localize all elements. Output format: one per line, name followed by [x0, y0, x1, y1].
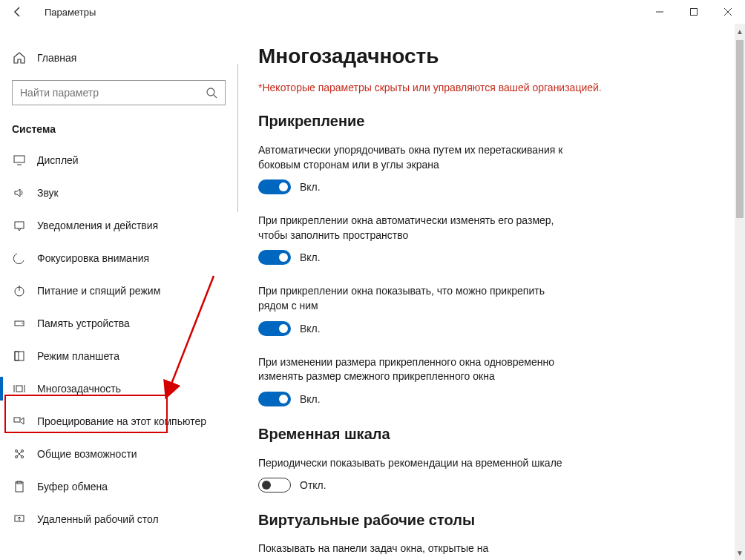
snap-toggle-label-0: Вкл. [300, 181, 321, 193]
svg-rect-17 [16, 386, 22, 392]
svg-rect-14 [15, 352, 19, 360]
snap-desc-2: При прикреплении окна показывать, что мо… [258, 284, 577, 313]
power-icon [12, 283, 27, 298]
sound-icon [12, 185, 27, 200]
search-input[interactable] [20, 87, 206, 99]
org-warning: *Некоторые параметры скрыты или управляю… [258, 82, 717, 93]
svg-rect-8 [15, 222, 24, 228]
minimize-button[interactable] [643, 0, 677, 24]
timeline-toggle[interactable] [258, 478, 291, 493]
svg-point-4 [207, 88, 214, 96]
remote-icon [12, 512, 27, 527]
scroll-down-icon[interactable]: ▼ [735, 547, 745, 559]
window-controls [643, 0, 745, 24]
sidebar-item-11[interactable]: Удаленный рабочий стол [0, 503, 237, 536]
search-input-wrap[interactable] [12, 80, 226, 105]
tablet-icon [12, 349, 27, 363]
snap-toggle-2[interactable] [258, 321, 291, 336]
sidebar-item-3[interactable]: Фокусировка внимания [0, 242, 237, 274]
titlebar: Параметры [0, 0, 745, 24]
sidebar-item-label: Буфер обмена [37, 481, 108, 493]
snap-toggle-label-2: Вкл. [300, 323, 321, 335]
sidebar: Главная Система ДисплейЗвукУведомления и… [0, 24, 237, 560]
svg-rect-6 [14, 156, 24, 162]
snap-desc-0: Автоматически упорядочивать окна путем и… [258, 143, 577, 172]
svg-point-12 [22, 323, 23, 324]
svg-rect-13 [15, 352, 24, 360]
content: Многозадачность *Некоторые параметры скр… [237, 24, 745, 560]
display-icon [12, 153, 27, 168]
sidebar-item-label: Звук [37, 187, 59, 199]
shared-icon [12, 447, 27, 461]
sidebar-item-label: Проецирование на этот компьютер [37, 415, 206, 427]
notifications-icon [12, 218, 27, 233]
home-label: Главная [37, 52, 76, 64]
focus-icon [12, 251, 27, 266]
close-button[interactable] [711, 0, 745, 24]
timeline-toggle-label: Откл. [300, 479, 326, 491]
sidebar-item-label: Уведомления и действия [37, 220, 158, 231]
snap-toggle-label-3: Вкл. [300, 393, 321, 405]
snap-toggle-3[interactable] [258, 392, 291, 406]
sidebar-item-0[interactable]: Дисплей [0, 144, 237, 177]
snap-setting-0: Автоматически упорядочивать окна путем и… [258, 143, 577, 194]
snap-setting-2: При прикреплении окна показывать, что мо… [258, 284, 577, 335]
snap-toggle-1[interactable] [258, 250, 291, 265]
back-button[interactable] [9, 3, 27, 21]
sidebar-item-label: Питание и спящий режим [37, 285, 160, 297]
section-label: Система [0, 105, 237, 144]
content-divider [237, 64, 238, 212]
snap-heading: Прикрепление [258, 113, 717, 130]
sidebar-item-label: Память устройства [37, 317, 130, 329]
scrollbar-thumb[interactable] [736, 40, 744, 218]
sidebar-item-9[interactable]: Общие возможности [0, 438, 237, 470]
sidebar-item-4[interactable]: Питание и спящий режим [0, 274, 237, 307]
snap-desc-3: При изменении размера прикрепленного окн… [258, 355, 577, 384]
project-icon [12, 414, 27, 429]
maximize-button[interactable] [677, 0, 711, 24]
timeline-desc: Периодически показывать рекомендации на … [258, 456, 577, 471]
sidebar-item-2[interactable]: Уведомления и действия [0, 209, 237, 242]
svg-line-5 [214, 95, 217, 98]
sidebar-item-5[interactable]: Память устройства [0, 307, 237, 340]
vdesk-desc: Показывать на панели задач окна, открыты… [258, 542, 717, 554]
sidebar-item-label: Многозадачность [37, 383, 121, 395]
timeline-heading: Временная шкала [258, 426, 717, 443]
sidebar-item-label: Фокусировка внимания [37, 252, 149, 264]
sidebar-item-10[interactable]: Буфер обмена [0, 470, 237, 503]
multitask-icon [12, 381, 27, 396]
vdesk-heading: Виртуальные рабочие столы [258, 512, 717, 529]
scroll-up-icon[interactable]: ▲ [735, 25, 745, 37]
sidebar-item-label: Дисплей [37, 154, 79, 166]
snap-toggle-label-1: Вкл. [300, 251, 321, 263]
snap-setting-3: При изменении размера прикрепленного окн… [258, 355, 577, 406]
storage-icon [12, 316, 27, 331]
svg-rect-1 [691, 9, 698, 16]
sidebar-item-8[interactable]: Проецирование на этот компьютер [0, 405, 237, 438]
home-nav[interactable]: Главная [0, 42, 237, 74]
svg-rect-18 [14, 418, 20, 422]
clipboard-icon [12, 479, 27, 494]
snap-desc-1: При прикреплении окна автоматически изме… [258, 214, 577, 243]
scrollbar[interactable]: ▲ ▼ [735, 24, 745, 560]
search-icon [206, 87, 217, 99]
sidebar-item-7[interactable]: Многозадачность [0, 372, 237, 405]
sidebar-item-label: Удаленный рабочий стол [37, 513, 159, 525]
sidebar-item-6[interactable]: Режим планшета [0, 340, 237, 372]
page-title: Многозадачность [258, 45, 717, 68]
window-title: Параметры [45, 7, 96, 18]
sidebar-item-1[interactable]: Звук [0, 177, 237, 209]
home-icon [12, 50, 27, 65]
sidebar-item-label: Режим планшета [37, 350, 119, 362]
snap-toggle-0[interactable] [258, 179, 291, 194]
sidebar-item-label: Общие возможности [37, 448, 137, 460]
timeline-setting: Периодически показывать рекомендации на … [258, 456, 577, 493]
snap-setting-1: При прикреплении окна автоматически изме… [258, 214, 577, 265]
